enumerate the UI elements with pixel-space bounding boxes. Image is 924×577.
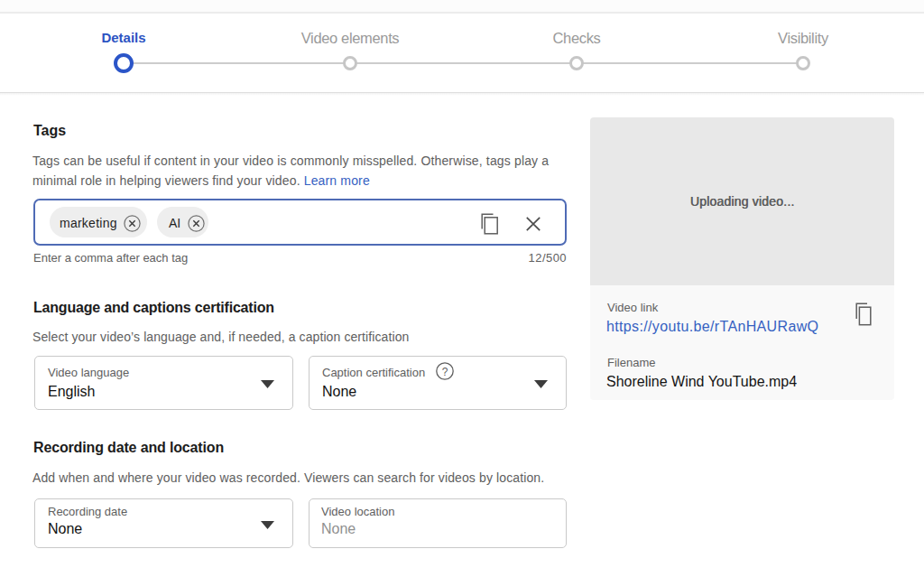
svg-text:?: ? bbox=[442, 366, 448, 378]
